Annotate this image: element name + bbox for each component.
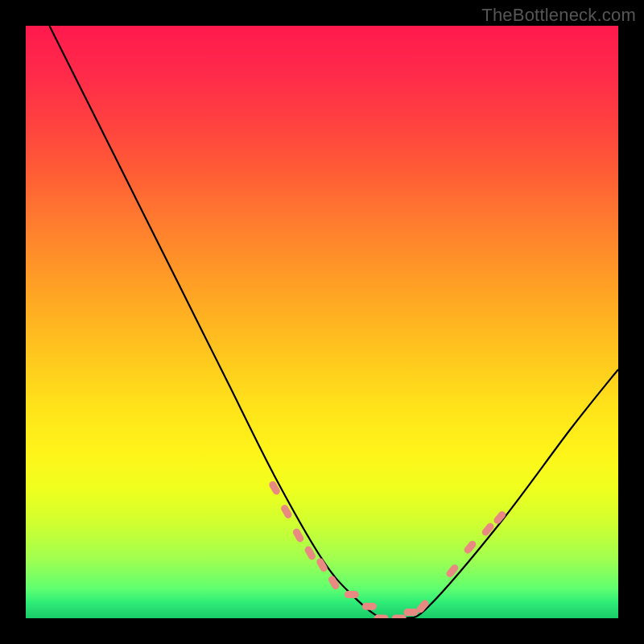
- marker-dash: [374, 615, 389, 619]
- plot-area: [26, 26, 618, 618]
- marker-dash: [345, 591, 359, 598]
- low-bottleneck-markers: [268, 480, 507, 618]
- marker-dash: [327, 575, 341, 591]
- bottleneck-curve-line: [49, 26, 618, 618]
- marker-dash: [362, 603, 377, 610]
- marker-dash: [445, 563, 460, 579]
- chart-container: TheBottleneck.com: [0, 0, 644, 644]
- watermark-text: TheBottleneck.com: [481, 5, 636, 26]
- marker-dash: [481, 522, 495, 538]
- marker-dash: [291, 527, 305, 543]
- marker-dash: [392, 615, 407, 619]
- marker-dash: [403, 609, 418, 616]
- marker-dash: [268, 480, 282, 496]
- chart-svg: [26, 26, 618, 618]
